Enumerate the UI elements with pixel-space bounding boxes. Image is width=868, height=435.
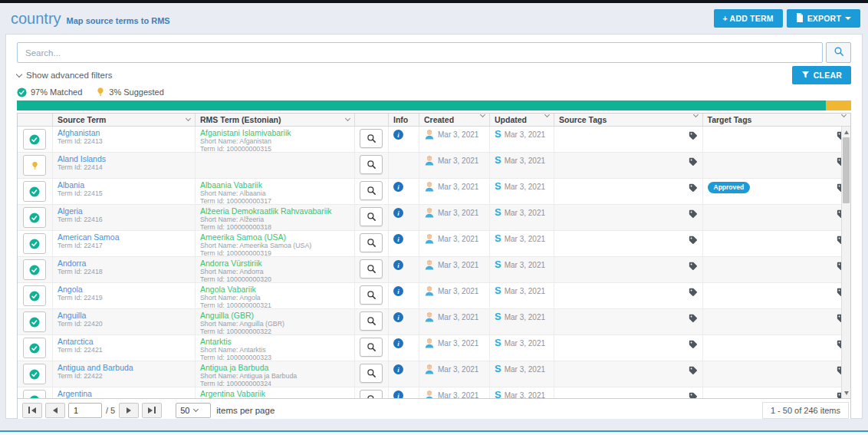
tag-icon[interactable] [688, 157, 698, 166]
tag-icon[interactable] [688, 339, 698, 349]
source-term-link[interactable]: Afghanistan [58, 129, 190, 137]
inspect-term-button[interactable] [360, 259, 383, 278]
inspect-term-button[interactable] [360, 285, 383, 305]
clear-filters-button[interactable]: CLEAR [792, 66, 851, 84]
show-advanced-filters-toggle[interactable]: Show advanced filters [17, 71, 113, 80]
info-icon[interactable]: i [393, 130, 403, 140]
info-icon[interactable]: i [393, 234, 403, 244]
table-row[interactable]: Antigua and Barbuda Term Id: 22422 Antig… [18, 361, 850, 387]
source-term-link[interactable]: Aland Islands [58, 155, 190, 163]
chevron-down-icon[interactable] [841, 112, 847, 117]
tag-icon[interactable] [688, 391, 698, 398]
chevron-down-icon[interactable] [345, 116, 350, 121]
table-row[interactable]: Algeria Term Id: 22416 Alžeeria Demokraa… [18, 205, 850, 231]
match-status-button[interactable] [23, 155, 46, 176]
source-term-link[interactable]: Argentina [58, 390, 190, 398]
export-button[interactable]: EXPORT [787, 9, 860, 28]
match-status-button[interactable] [23, 390, 46, 398]
table-row[interactable]: American Samoa Term Id: 22417 Ameerika S… [18, 231, 850, 257]
inspect-term-button[interactable] [360, 364, 383, 383]
match-status-button[interactable] [23, 311, 46, 332]
info-icon[interactable]: i [393, 338, 403, 348]
inspect-term-button[interactable] [360, 155, 383, 174]
match-status-button[interactable] [23, 364, 46, 384]
source-term-link[interactable]: Antigua and Barbuda [58, 364, 190, 372]
status-cell [18, 205, 53, 230]
source-term-link[interactable]: Albania [58, 181, 190, 189]
column-header-rms-term[interactable]: RMS Term (Estonian) [196, 114, 355, 126]
tag-icon[interactable] [688, 313, 698, 323]
inspect-term-button[interactable] [360, 311, 383, 331]
source-term-link[interactable]: Antarctica [58, 338, 190, 346]
match-status-button[interactable] [23, 129, 46, 150]
match-status-button[interactable] [23, 181, 46, 202]
info-icon[interactable]: i [393, 286, 403, 296]
scroll-up-arrow[interactable] [842, 127, 851, 137]
table-row[interactable]: Albania Term Id: 22415 Albaania Vabariik… [18, 179, 850, 205]
table-row[interactable]: Andorra Term Id: 22418 Andorra Vürstirii… [18, 257, 850, 283]
chevron-down-icon[interactable] [544, 112, 550, 117]
source-term-cell: Algeria Term Id: 22416 [53, 205, 196, 230]
info-icon[interactable]: i [393, 208, 403, 218]
tag-icon[interactable] [688, 261, 698, 271]
inspect-term-button[interactable] [360, 390, 383, 398]
inspect-term-button[interactable] [360, 338, 383, 357]
column-header-status[interactable] [18, 114, 53, 126]
info-icon[interactable]: i [393, 391, 403, 398]
last-page-button[interactable] [142, 403, 162, 418]
created-cell: Mar 3, 2021 [419, 283, 490, 308]
info-icon[interactable]: i [393, 182, 403, 192]
vertical-scrollbar[interactable] [841, 127, 850, 398]
table-row[interactable]: Aland Islands Term Id: 22414 i Mar 3, 20… [18, 153, 850, 179]
tag-icon[interactable] [688, 365, 698, 375]
column-header-updated[interactable]: Updated [490, 114, 554, 126]
table-row[interactable]: Afghanistan Term Id: 22413 Afganistani I… [18, 127, 850, 153]
inspect-term-button[interactable] [360, 207, 383, 226]
tag-icon[interactable] [688, 209, 698, 219]
first-page-button[interactable] [22, 403, 42, 418]
rms-term-cell: Alžeeria Demokraatlik Rahvavabariik Shor… [196, 205, 355, 230]
match-status-button[interactable] [23, 259, 46, 280]
info-icon[interactable]: i [393, 312, 403, 322]
tag-icon[interactable] [688, 183, 698, 193]
column-header-created[interactable]: Created [419, 114, 490, 126]
table-row[interactable]: Argentina Argentina Vabariik i Mar 3, 20… [18, 387, 850, 398]
table-row[interactable]: Angola Term Id: 22419 Angola Vabariik Sh… [18, 283, 850, 309]
match-status-button[interactable] [23, 338, 46, 358]
match-status-button[interactable] [23, 285, 46, 306]
match-status-button[interactable] [23, 207, 46, 228]
inspect-term-button[interactable] [360, 129, 383, 148]
source-term-link[interactable]: American Samoa [58, 233, 190, 242]
scroll-down-arrow[interactable] [842, 388, 851, 397]
tag-icon[interactable] [688, 235, 698, 245]
column-header-source-tags[interactable]: Source Tags [554, 114, 703, 126]
chevron-down-icon[interactable] [692, 112, 698, 117]
inspect-term-button[interactable] [360, 181, 383, 200]
search-button[interactable] [826, 42, 851, 63]
scrollbar-thumb[interactable] [843, 137, 850, 203]
match-status-button[interactable] [23, 233, 46, 254]
column-header-source-term[interactable]: Source Term [53, 114, 196, 126]
tag-icon[interactable] [688, 130, 698, 140]
source-term-link[interactable]: Andorra [58, 259, 190, 268]
column-header-target-tags[interactable]: Target Tags [703, 114, 851, 126]
source-term-link[interactable]: Angola [58, 285, 190, 294]
search-input[interactable] [17, 42, 823, 63]
tag-icon[interactable] [688, 287, 698, 297]
source-term-link[interactable]: Anguilla [58, 311, 190, 320]
page-number-input[interactable] [68, 403, 102, 418]
source-term-link[interactable]: Algeria [58, 207, 190, 216]
info-icon[interactable]: i [393, 364, 403, 374]
updated-cell: S Mar 3, 2021 [490, 153, 554, 178]
created-date: Mar 3, 2021 [438, 183, 478, 191]
add-term-button[interactable]: + ADD TERM [714, 9, 783, 28]
inspect-term-button[interactable] [360, 233, 383, 252]
table-row[interactable]: Anguilla Term Id: 22420 Anguilla (GBR) S… [18, 309, 850, 335]
chevron-down-icon[interactable] [480, 112, 485, 117]
chevron-down-icon[interactable] [186, 116, 191, 121]
table-row[interactable]: Antarctica Term Id: 22421 Antarktis Shor… [18, 335, 850, 361]
previous-page-button[interactable] [45, 403, 65, 418]
next-page-button[interactable] [119, 403, 139, 418]
page-size-select[interactable]: 50 [176, 403, 211, 418]
info-icon[interactable]: i [393, 260, 403, 270]
